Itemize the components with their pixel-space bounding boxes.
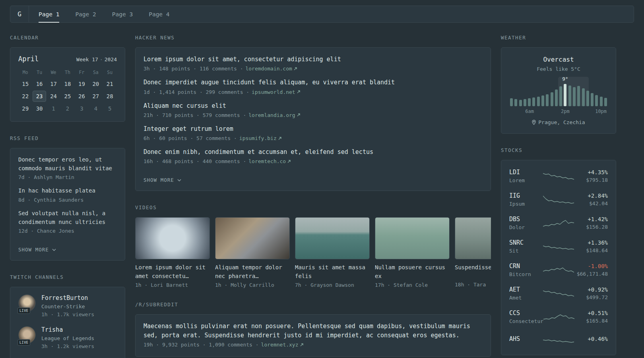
rss-item-title[interactable]: Sed volutpat nulla nisl, a condimentum n…: [18, 209, 117, 226]
video-card[interactable]: Aliquam tempor dolor nec pharetra… 1h · …: [215, 217, 290, 288]
hn-item-domain-link[interactable]: ipsumworld.net: [252, 89, 300, 95]
rss-item-title[interactable]: In hac habitasse platea: [18, 187, 117, 195]
hn-show-more-button[interactable]: SHOW MORE: [144, 177, 181, 183]
stocks-section-title: STOCKS: [501, 147, 616, 153]
stock-sparkline: [543, 333, 574, 346]
stock-symbol[interactable]: DBS: [509, 216, 543, 223]
stock-symbol[interactable]: AHS: [509, 335, 543, 342]
video-title[interactable]: Aliquam tempor dolor nec pharetra…: [215, 263, 290, 280]
stock-symbol[interactable]: IIG: [509, 192, 543, 199]
hn-item-domain-link[interactable]: loremdomain.com: [245, 66, 297, 72]
video-card[interactable]: Lorem ipsum dolor sit amet consectetu… 1…: [135, 217, 210, 288]
chevron-down-icon: [52, 249, 56, 251]
reddit-post-domain-link[interactable]: loremnet.xyz: [261, 342, 303, 348]
stock-row[interactable]: LDI Lorem +4.35% $795.18: [509, 164, 608, 188]
twitch-channel[interactable]: LIVE Trisha League of Legends 3h · 1.2k …: [18, 326, 117, 349]
video-title[interactable]: Suspendisse diam: [455, 263, 491, 280]
stock-symbol[interactable]: LDI: [509, 169, 543, 176]
stock-row[interactable]: SNRC Sit +1.36% $148.64: [509, 235, 608, 258]
weather-bar: [582, 88, 585, 106]
video-card[interactable]: Nullam posuere cursus ex 17h · Stefan Co…: [375, 217, 450, 288]
calendar-card: April Week 17·2024 Mo Tu We Th Fr Sa Su …: [10, 47, 125, 122]
calendar-month: April: [18, 55, 39, 63]
stock-name: Amet: [509, 295, 543, 301]
stock-row[interactable]: AHS +0.46%: [509, 329, 608, 351]
hn-item-stats: 16h · 468 points · 440 comments ·: [144, 158, 246, 164]
channel-name[interactable]: Trisha: [41, 326, 94, 333]
hn-item-domain-link[interactable]: loremtech.co: [248, 158, 291, 164]
stock-change: +1.36%: [574, 239, 608, 246]
calendar-day: 28: [103, 91, 116, 102]
stock-sparkline: [543, 287, 574, 300]
calendar-day-next-month: 1: [47, 103, 60, 114]
hn-item-title[interactable]: Donec imperdiet augue tincidunt felis al…: [144, 78, 483, 87]
weather-bar: [551, 92, 553, 106]
hn-item-title[interactable]: Lorem ipsum dolor sit amet, consectetur …: [144, 55, 483, 64]
rss-item-meta: 8d · Cynthia Saunders: [18, 197, 117, 203]
stock-sparkline: [543, 169, 574, 183]
rss-show-more-button[interactable]: SHOW MORE: [18, 247, 56, 253]
video-thumbnail[interactable]: [135, 217, 210, 259]
external-link-icon: [294, 67, 297, 70]
video-thumbnail[interactable]: [455, 217, 491, 259]
hn-item-domain-link[interactable]: loremlandia.org: [248, 112, 300, 118]
video-card[interactable]: Suspendisse diam 18h · Tara: [455, 217, 491, 288]
tab-page-2[interactable]: Page 2: [75, 6, 96, 22]
stock-row[interactable]: AET Amet +0.92% $499.72: [509, 282, 608, 305]
video-thumbnail[interactable]: [215, 217, 290, 259]
calendar-day: 21: [103, 78, 116, 90]
video-meta: 17h · Stefan Cole: [375, 282, 450, 288]
channel-name[interactable]: ForrestBurton: [41, 294, 94, 302]
stock-name: Consectetur: [509, 318, 543, 324]
hn-item-stats: 1d · 1,414 points · 299 comments ·: [144, 89, 249, 95]
top-nav-bar: G Page 1 Page 2 Page 3 Page 4: [10, 6, 634, 23]
stock-change: -1.00%: [574, 263, 608, 269]
video-thumbnail[interactable]: [375, 217, 450, 259]
stock-symbol[interactable]: AET: [509, 286, 543, 293]
weather-bar: [514, 99, 517, 106]
hn-item-title[interactable]: Integer eget rutrum lorem: [144, 125, 483, 134]
subreddit-card: Maecenas mollis pulvinar erat non posuer…: [135, 314, 491, 357]
reddit-post-title[interactable]: Maecenas mollis pulvinar erat non posuer…: [144, 322, 483, 340]
hn-item-title[interactable]: Aliquam nec cursus elit: [144, 101, 483, 111]
rss-item-title[interactable]: Donec tempor eros leo, ut commodo mauris…: [18, 156, 117, 173]
video-thumbnail[interactable]: [295, 217, 370, 259]
hn-item-stats: 6h · 60 points · 57 comments ·: [144, 135, 237, 141]
calendar-day: 16: [33, 78, 46, 90]
video-meta: 1h · Lori Barnett: [135, 282, 210, 288]
center-column: HACKER NEWS Lorem ipsum dolor sit amet, …: [135, 35, 491, 358]
hn-item: Integer eget rutrum lorem 6h · 60 points…: [144, 125, 483, 141]
weather-widget: WEATHER Overcast Feels like 5°C 9° 6am2p…: [501, 35, 616, 134]
twitch-channel[interactable]: LIVE ForrestBurton Counter-Strike 1h · 1…: [18, 294, 117, 317]
stock-symbol[interactable]: CCS: [509, 309, 543, 317]
stock-symbol[interactable]: SNRC: [509, 239, 543, 246]
video-title[interactable]: Mauris sit amet massa felis: [295, 263, 370, 280]
stock-price: $156.28: [574, 224, 608, 230]
calendar-day: 27: [89, 91, 103, 102]
stock-sparkline: [543, 193, 574, 206]
video-card[interactable]: Mauris sit amet massa felis 7h · Grayson…: [295, 217, 370, 288]
stock-change: +1.42%: [574, 216, 608, 222]
hn-item-domain-link[interactable]: ipsumify.biz: [239, 135, 281, 141]
tab-page-3[interactable]: Page 3: [112, 6, 133, 22]
hn-item-meta: 21h · 710 points · 579 comments · loreml…: [144, 112, 483, 118]
stock-row[interactable]: CCS Consectetur +0.51% $165.84: [509, 305, 608, 329]
weather-card: Overcast Feels like 5°C 9° 6am2pm10pm Pr…: [501, 47, 616, 134]
weather-bar: [568, 86, 571, 106]
stock-row[interactable]: CRN Bitcorn -1.00% $66,171.48: [509, 258, 608, 282]
tab-page-1[interactable]: Page 1: [39, 6, 59, 22]
separator-dot: ·: [100, 56, 103, 62]
tab-page-4[interactable]: Page 4: [149, 6, 169, 22]
video-title[interactable]: Lorem ipsum dolor sit amet consectetu…: [135, 263, 210, 280]
external-link-icon: [297, 90, 300, 93]
stock-row[interactable]: DBS Dolor +1.42% $156.28: [509, 211, 608, 235]
stock-row[interactable]: IIG Ipsum +2.84% $42.04: [509, 188, 608, 211]
stock-symbol[interactable]: CRN: [509, 263, 543, 270]
stock-change: +0.51%: [574, 310, 608, 316]
stock-sparkline: [543, 310, 574, 324]
stock-change: +0.46%: [574, 336, 608, 342]
hn-item-title[interactable]: Donec enim nibh, condimentum et accumsan…: [144, 148, 483, 157]
chevron-down-icon: [177, 179, 181, 181]
video-title[interactable]: Nullam posuere cursus ex: [375, 263, 450, 280]
app-logo[interactable]: G: [10, 6, 29, 22]
